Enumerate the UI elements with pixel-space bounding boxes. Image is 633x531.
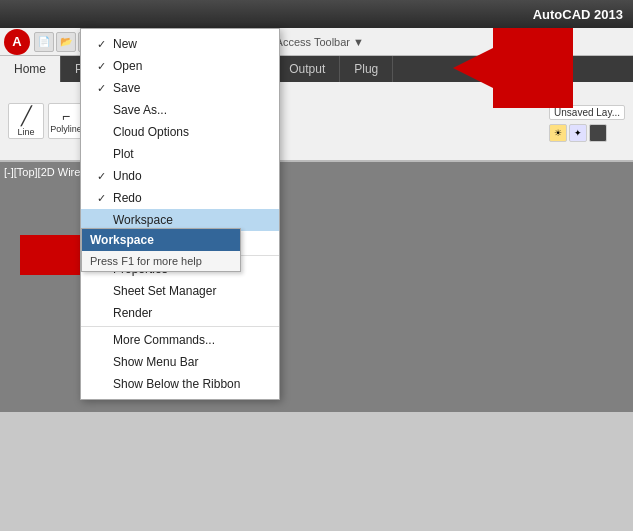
dark-block xyxy=(589,124,607,142)
check-cloud xyxy=(97,126,113,138)
drawing-label: [-][Top][2D Wire... xyxy=(4,166,90,178)
submenu-header: Workspace xyxy=(82,229,240,251)
sun-icon[interactable]: ☀ xyxy=(549,124,567,142)
toolbar-open-icon[interactable]: 📂 xyxy=(56,32,76,52)
dropdown-menu: ✓ New ✓ Open ✓ Save Save As... Cloud Opt… xyxy=(80,28,280,400)
check-below-ribbon xyxy=(97,378,113,390)
layer-icons: ☀ ✦ xyxy=(549,124,625,142)
check-save-as xyxy=(97,104,113,116)
menu-separator-2 xyxy=(81,326,279,327)
menu-item-cloud[interactable]: Cloud Options xyxy=(81,121,279,143)
tab-home[interactable]: Home xyxy=(0,56,61,82)
menu-item-show-menu-bar[interactable]: Show Menu Bar xyxy=(81,351,279,373)
menu-item-save-as[interactable]: Save As... xyxy=(81,99,279,121)
check-open: ✓ xyxy=(97,60,113,73)
svg-marker-1 xyxy=(453,28,573,108)
check-plot xyxy=(97,148,113,160)
dropdown-overlay: ✓ New ✓ Open ✓ Save Save As... Cloud Opt… xyxy=(80,28,280,400)
draw-tools: ╱ Line ⌐ Polyline xyxy=(8,103,84,139)
menu-item-new[interactable]: ✓ New xyxy=(81,33,279,55)
check-workspace xyxy=(97,214,113,226)
line-tool[interactable]: ╱ Line xyxy=(8,103,44,139)
toolbar-new-icon[interactable]: 📄 xyxy=(34,32,54,52)
check-render xyxy=(97,307,113,319)
menu-item-more-commands[interactable]: More Commands... xyxy=(81,329,279,351)
menu-item-redo[interactable]: ✓ Redo xyxy=(81,187,279,209)
title-bar: AutoCAD 2013 xyxy=(0,0,633,28)
menu-item-save[interactable]: ✓ Save xyxy=(81,77,279,99)
app-title: AutoCAD 2013 xyxy=(533,7,623,22)
submenu-tooltip: Workspace Press F1 for more help xyxy=(81,228,241,272)
draw-group: ╱ Line ⌐ Polyline xyxy=(8,103,84,139)
menu-item-sheet-set[interactable]: Sheet Set Manager xyxy=(81,280,279,302)
tab-output[interactable]: Output xyxy=(275,56,340,82)
top-arrow xyxy=(453,28,573,111)
polyline-tool[interactable]: ⌐ Polyline xyxy=(48,103,84,139)
menu-item-plot[interactable]: Plot xyxy=(81,143,279,165)
tab-plug[interactable]: Plug xyxy=(340,56,393,82)
menu-item-open[interactable]: ✓ Open xyxy=(81,55,279,77)
menu-item-undo[interactable]: ✓ Undo xyxy=(81,165,279,187)
check-more xyxy=(97,334,113,346)
autocad-logo[interactable]: A xyxy=(4,29,30,55)
check-menu-bar xyxy=(97,356,113,368)
check-sheet-set xyxy=(97,285,113,297)
check-redo: ✓ xyxy=(97,192,113,205)
check-undo: ✓ xyxy=(97,170,113,183)
check-save: ✓ xyxy=(97,82,113,95)
check-new: ✓ xyxy=(97,38,113,51)
star-icon[interactable]: ✦ xyxy=(569,124,587,142)
menu-item-render[interactable]: Render xyxy=(81,302,279,324)
submenu-help[interactable]: Press F1 for more help xyxy=(82,251,240,271)
menu-item-show-below-ribbon[interactable]: Show Below the Ribbon xyxy=(81,373,279,395)
